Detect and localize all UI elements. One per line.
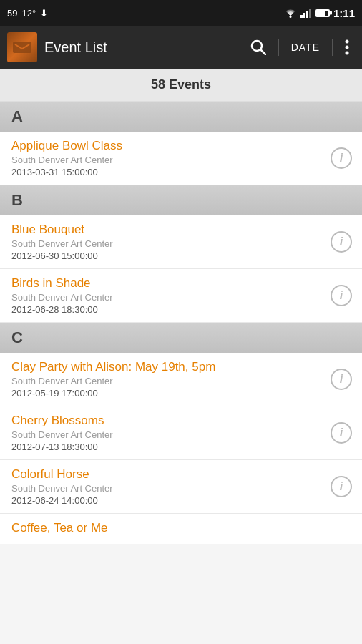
event-datetime: 2013-03-31 15:00:00 — [11, 167, 319, 177]
event-venue: South Denver Art Center — [11, 155, 319, 165]
battery-icon — [315, 9, 330, 17]
info-button[interactable]: i — [331, 476, 352, 497]
more-vert-icon — [345, 39, 349, 55]
more-options-button[interactable] — [339, 34, 355, 61]
events-count: 58 Events — [0, 69, 362, 102]
section-header-B: B — [0, 185, 362, 215]
event-name: Coffee, Tea or Me — [11, 521, 319, 535]
app-logo — [7, 32, 37, 62]
event-name: Clay Party with Alison: May 19th, 5pm — [11, 360, 319, 374]
event-datetime: 2012-05-19 17:00:00 — [11, 388, 319, 399]
event-name: Applique Bowl Class — [11, 139, 319, 153]
svg-point-0 — [289, 16, 291, 18]
status-bar: 59 12° ⬇ 1:11 — [0, 0, 362, 26]
status-left: 59 12° ⬇ — [7, 8, 48, 19]
list-item[interactable]: Coffee, Tea or Me — [0, 514, 362, 544]
svg-line-7 — [260, 50, 265, 55]
event-datetime: 2012-06-28 18:30:00 — [11, 304, 319, 315]
event-venue: South Denver Art Center — [11, 376, 319, 386]
svg-rect-2 — [303, 13, 305, 18]
list-item[interactable]: Applique Bowl ClassSouth Denver Art Cent… — [0, 132, 362, 185]
list-item[interactable]: Blue BouquetSouth Denver Art Center2012-… — [0, 215, 362, 269]
event-name: Cherry Blossoms — [11, 414, 319, 428]
info-button[interactable]: i — [331, 147, 352, 169]
app-bar-actions: DATE — [245, 34, 355, 61]
info-button[interactable]: i — [331, 422, 352, 444]
svg-rect-1 — [300, 15, 303, 18]
clock: 1:11 — [333, 7, 355, 19]
svg-point-10 — [346, 52, 349, 55]
signal-icon — [300, 8, 312, 18]
wifi-icon — [284, 8, 297, 18]
svg-rect-4 — [309, 9, 311, 18]
info-button[interactable]: i — [331, 369, 352, 390]
svg-rect-5 — [13, 42, 31, 53]
event-name: Birds in Shade — [11, 276, 319, 291]
list-item[interactable]: Clay Party with Alison: May 19th, 5pmSou… — [0, 353, 362, 406]
status-right: 1:11 — [284, 7, 355, 19]
event-datetime: 2012-07-13 18:30:00 — [11, 441, 319, 452]
search-button[interactable] — [245, 34, 272, 61]
event-name: Blue Bouquet — [11, 223, 319, 237]
list-item[interactable]: Colorful HorseSouth Denver Art Center201… — [0, 460, 362, 514]
section-header-A: A — [0, 102, 362, 132]
event-venue: South Denver Art Center — [11, 238, 319, 249]
app-title: Event List — [44, 39, 238, 56]
event-name: Colorful Horse — [11, 467, 319, 482]
app-bar: Event List DATE — [0, 26, 362, 69]
divider — [278, 39, 279, 56]
list-item[interactable]: Birds in ShadeSouth Denver Art Center201… — [0, 269, 362, 323]
date-button[interactable]: DATE — [285, 39, 326, 56]
svg-point-9 — [346, 46, 349, 49]
svg-rect-3 — [306, 11, 308, 18]
event-list: AApplique Bowl ClassSouth Denver Art Cen… — [0, 102, 362, 644]
event-venue: South Denver Art Center — [11, 292, 319, 303]
event-datetime: 2012-06-24 14:00:00 — [11, 495, 319, 506]
event-venue: South Denver Art Center — [11, 483, 319, 494]
svg-point-8 — [346, 40, 349, 44]
list-item[interactable]: Cherry BlossomsSouth Denver Art Center20… — [0, 406, 362, 460]
search-icon — [250, 39, 266, 55]
info-button[interactable]: i — [331, 231, 352, 253]
section-header-C: C — [0, 323, 362, 353]
event-venue: South Denver Art Center — [11, 429, 319, 440]
download-icon: ⬇ — [40, 8, 48, 19]
divider2 — [332, 39, 333, 56]
temperature: 12° — [21, 8, 36, 19]
event-datetime: 2012-06-30 15:00:00 — [11, 250, 319, 261]
signal-strength: 59 — [7, 8, 17, 19]
info-button[interactable]: i — [331, 285, 352, 306]
